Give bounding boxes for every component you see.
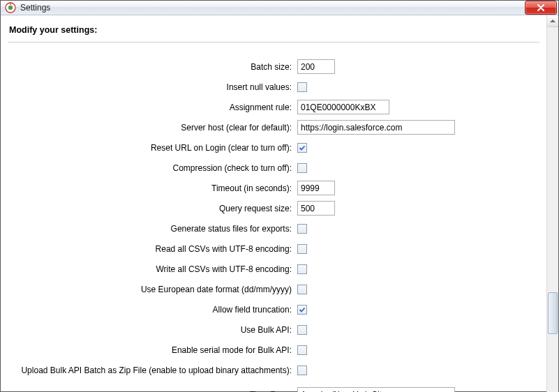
chevron-up-icon — [550, 19, 556, 23]
label-batch-size: Batch size: — [8, 62, 297, 72]
input-batch-size[interactable] — [297, 59, 335, 74]
row-query-size: Query request size: — [8, 198, 539, 218]
svg-rect-2 — [10, 3, 10, 5]
label-serial-bulk: Enable serial mode for Bulk API: — [8, 345, 297, 355]
close-button[interactable] — [525, 1, 557, 15]
checkbox-status-files[interactable] — [297, 224, 307, 234]
checkbox-write-utf8[interactable] — [297, 264, 307, 274]
checkbox-compression[interactable] — [297, 163, 307, 173]
input-query-size[interactable] — [297, 201, 335, 216]
row-time-zone: Time Zone: — [8, 384, 539, 392]
checkbox-insert-null[interactable] — [297, 82, 307, 92]
row-reset-url: Reset URL on Login (clear to turn off): — [8, 137, 539, 158]
scroll-thumb[interactable] — [548, 292, 558, 334]
row-euro-date: Use European date format (dd/mm/yyyy) — [8, 279, 539, 299]
settings-window: Settings Modify your settings: Batch siz… — [0, 0, 559, 392]
input-assignment-rule[interactable] — [297, 100, 389, 114]
row-read-utf8: Read all CSVs with UTF-8 encoding: — [8, 239, 539, 259]
checkbox-bulk-zip[interactable] — [297, 365, 307, 375]
settings-form: Batch size: Insert null values: Assignme… — [8, 44, 539, 392]
checkbox-euro-date[interactable] — [297, 285, 307, 294]
label-timeout: Timeout (in seconds): — [8, 183, 297, 193]
row-status-files: Generate status files for exports: — [8, 218, 539, 239]
label-time-zone: Time Zone: — [8, 390, 297, 393]
row-assignment-rule: Assignment rule: — [8, 97, 539, 117]
window-title: Settings — [20, 3, 525, 13]
scroll-track[interactable] — [547, 27, 558, 392]
label-bulk-api: Use Bulk API: — [8, 325, 297, 335]
row-bulk-zip: Upload Bulk API Batch as Zip File (enabl… — [8, 360, 539, 380]
row-timeout: Timeout (in seconds): — [8, 178, 539, 198]
row-bulk-api: Use Bulk API: — [8, 319, 539, 340]
label-read-utf8: Read all CSVs with UTF-8 encoding: — [8, 244, 297, 254]
content: Modify your settings: Batch size: Insert… — [1, 15, 546, 392]
app-icon — [5, 2, 16, 13]
row-batch-size: Batch size: — [8, 56, 539, 77]
row-server-host: Server host (clear for default): — [8, 117, 539, 137]
checkbox-reset-url[interactable] — [297, 143, 307, 153]
input-timeout[interactable] — [297, 181, 335, 195]
label-insert-null: Insert null values: — [8, 82, 297, 92]
scroll-up-button[interactable] — [547, 15, 558, 27]
vertical-scrollbar[interactable] — [546, 15, 558, 392]
section-heading: Modify your settings: — [8, 21, 539, 43]
checkbox-read-utf8[interactable] — [297, 244, 307, 254]
label-reset-url: Reset URL on Login (clear to turn off): — [8, 143, 297, 153]
row-serial-bulk: Enable serial mode for Bulk API: — [8, 340, 539, 360]
row-compression: Compression (check to turn off): — [8, 158, 539, 178]
client-area: Modify your settings: Batch size: Insert… — [1, 15, 558, 392]
label-status-files: Generate status files for exports: — [8, 224, 297, 234]
label-server-host: Server host (clear for default): — [8, 123, 297, 133]
label-euro-date: Use European date format (dd/mm/yyyy) — [8, 285, 297, 294]
checkbox-bulk-api[interactable] — [297, 325, 307, 335]
label-query-size: Query request size: — [8, 204, 297, 213]
svg-point-1 — [8, 6, 13, 10]
label-write-utf8: Write all CSVs with UTF-8 encoding: — [8, 264, 297, 274]
row-truncation: Allow field truncation: — [8, 299, 539, 319]
input-time-zone[interactable] — [297, 387, 455, 392]
input-server-host[interactable] — [297, 120, 455, 135]
row-insert-null: Insert null values: — [8, 77, 539, 97]
checkbox-serial-bulk[interactable] — [297, 345, 307, 355]
label-assignment-rule: Assignment rule: — [8, 103, 297, 112]
checkbox-truncation[interactable] — [297, 305, 307, 315]
label-bulk-zip: Upload Bulk API Batch as Zip File (enabl… — [8, 365, 297, 375]
close-icon — [537, 4, 545, 11]
label-compression: Compression (check to turn off): — [8, 163, 297, 173]
titlebar: Settings — [1, 1, 558, 15]
row-write-utf8: Write all CSVs with UTF-8 encoding: — [8, 259, 539, 279]
label-truncation: Allow field truncation: — [8, 305, 297, 315]
